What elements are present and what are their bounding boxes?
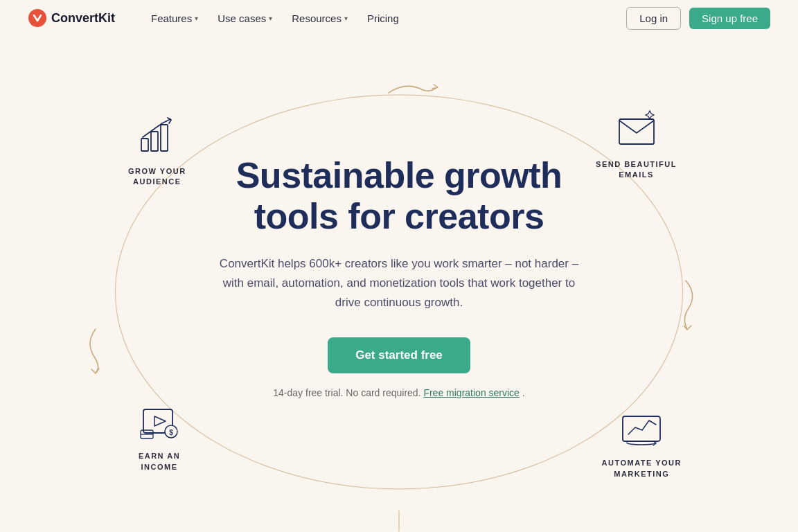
chevron-down-icon: ▾ <box>344 15 348 22</box>
chevron-down-icon: ▾ <box>269 15 272 22</box>
navbar: ConvertKit Features ▾ Use cases ▾ Resour… <box>0 0 798 36</box>
arrow-bottom-left-icon <box>82 326 109 379</box>
feature-automate: AUTOMATE YOUR MARKETING <box>602 404 682 479</box>
nav-resources[interactable]: Resources ▾ <box>283 8 356 28</box>
email-icon <box>612 105 661 154</box>
svg-rect-11 <box>623 416 660 441</box>
nav-actions: Log in Sign up free <box>626 7 770 30</box>
logo-text: ConvertKit <box>51 11 115 26</box>
feature-earn: $ EARN AN INCOME <box>135 397 184 472</box>
nav-use-cases[interactable]: Use cases ▾ <box>209 8 281 28</box>
nav-links: Features ▾ Use cases ▾ Resources ▾ Prici… <box>143 8 626 28</box>
svg-rect-3 <box>161 125 168 151</box>
migration-link[interactable]: Free migration service <box>423 387 520 398</box>
earn-income-label: EARN AN INCOME <box>139 451 180 472</box>
hero-title: Sustainable growth tools for creators <box>198 155 600 238</box>
arrow-top-icon <box>385 78 441 103</box>
svg-text:$: $ <box>169 429 173 436</box>
trial-info: 14-day free trial. No card required. Fre… <box>198 387 600 398</box>
grow-audience-icon <box>133 112 181 161</box>
svg-marker-6 <box>154 416 166 426</box>
feature-grow: GROW YOUR AUDIENCE <box>128 112 186 188</box>
hero-subtitle: ConvertKit helps 600k+ creators like you… <box>219 254 579 312</box>
hero-section: GROW YOUR AUDIENCE SEND BEAUTIFUL EMAILS… <box>0 36 798 531</box>
svg-rect-1 <box>141 139 148 151</box>
nav-pricing[interactable]: Pricing <box>359 8 407 28</box>
login-button[interactable]: Log in <box>626 7 681 30</box>
hero-content: Sustainable growth tools for creators Co… <box>198 155 600 399</box>
feature-email: SEND BEAUTIFUL EMAILS <box>596 105 677 181</box>
signup-button[interactable]: Sign up free <box>689 8 770 29</box>
logo[interactable]: ConvertKit <box>28 8 115 28</box>
nav-features[interactable]: Features ▾ <box>143 8 206 28</box>
earn-income-icon: $ <box>135 397 184 445</box>
cta-button[interactable]: Get started free <box>328 337 470 373</box>
svg-point-0 <box>28 9 46 27</box>
svg-rect-2 <box>151 132 158 151</box>
svg-rect-4 <box>619 119 654 144</box>
arrow-right-icon <box>673 277 701 337</box>
automate-marketing-icon <box>617 404 666 452</box>
automate-marketing-label: AUTOMATE YOUR MARKETING <box>602 458 682 479</box>
email-label: SEND BEAUTIFUL EMAILS <box>596 159 677 181</box>
bottom-divider <box>399 511 400 531</box>
grow-audience-label: GROW YOUR AUDIENCE <box>128 166 186 188</box>
chevron-down-icon: ▾ <box>195 15 198 22</box>
